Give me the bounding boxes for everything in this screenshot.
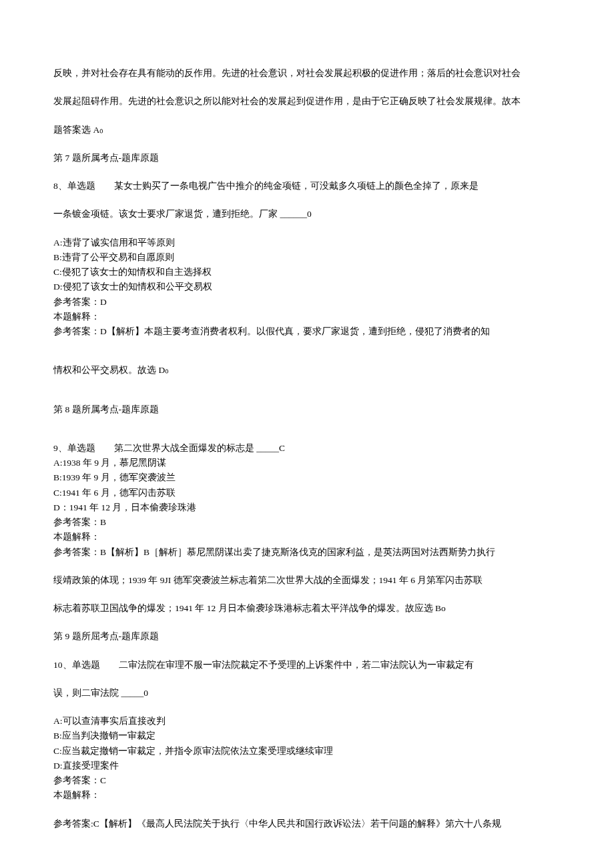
q8-option-b: B:违背了公平交易和自愿原则: [53, 251, 561, 264]
q9-answer: 参考答案：B: [53, 516, 561, 529]
q10-option-a: A:可以查清事实后直接改判: [53, 715, 561, 728]
q8-option-d: D:侵犯了该女士的知情权和公平交易权: [53, 280, 561, 294]
q8-stem-a: 8、单选题 某女士购买了一条电视广告中推介的纯金项链，可没戴多久项链上的颜色全掉…: [53, 179, 561, 193]
q10-stem-b: 误，则二审法院 _____0: [53, 687, 561, 700]
q8-option-a: A:违背了诚实信用和平等原则: [53, 236, 561, 250]
q10-option-b: B:应当判决撤销一审裁定: [53, 729, 561, 743]
q9-explain-3: 标志着苏联卫国战争的爆发；1941 年 12 月日本偷袭珍珠港标志着太平洋战争的…: [53, 602, 561, 615]
q10-option-d: D:直接受理案件: [53, 759, 561, 773]
q9-topic: 第 9 题所屈考点-题库原题: [53, 630, 561, 643]
q9-option-c: C:1941 年 6 月，德军闪击苏联: [53, 486, 561, 500]
q8-option-c: C:侵犯了该女士的知情权和自主选择权: [53, 266, 561, 279]
q8-explain-2: 情权和公平交易权。故选 D₀: [53, 364, 561, 377]
document-page: 反映，并对社会存在具有能动的反作用。先进的社会意识，对社会发展起积极的促进作用；…: [0, 0, 614, 868]
q10-explain-label: 本题解释：: [53, 789, 561, 802]
q9-explain-2: 绥靖政策的体现；1939 年 9JI 德军突袭波兰标志着第二次世界大战的全面爆发…: [53, 574, 561, 587]
q10-option-c: C:应当裁定撤销一审裁定，并指令原审法院依法立案受理或继续审理: [53, 745, 561, 758]
q8-answer: 参考答案：D: [53, 296, 561, 309]
q9-explain-1: 参考答案：B【解析】B［解析］慕尼黑阴谋出卖了捷克斯洛伐克的国家利益，是英法两国…: [53, 546, 561, 559]
q8-explain-label: 本题解释：: [53, 310, 561, 324]
intro-line-2: 发展起阻碍作用。先进的社会意识之所以能对社会的发展起到促进作用，是由于它正确反映…: [53, 95, 561, 108]
q9-option-b: B:1939 年 9 月，德军突袭波兰: [53, 471, 561, 484]
q8-topic: 第 8 题所属考点-题库原题: [53, 403, 561, 416]
q10-stem-a: 10、单选题 二审法院在审理不服一审法院裁定不予受理的上诉案件中，若二审法院认为…: [53, 659, 561, 672]
intro-line-3: 题答案选 A₀: [53, 123, 561, 137]
q7-topic: 第 7 题所属考点-题库原题: [53, 151, 561, 165]
q9-option-a: A:1938 年 9 月，慕尼黑阴谋: [53, 456, 561, 470]
q9-explain-label: 本题解释：: [53, 530, 561, 544]
q10-answer: 参考答案：C: [53, 774, 561, 787]
intro-line-1: 反映，并对社会存在具有能动的反作用。先进的社会意识，对社会发展起积极的促进作用；…: [53, 67, 561, 80]
q8-explain-1: 参考答案：D【解析】本题主要考查消费者权利。以假代真，要求厂家退货，遭到拒绝，侵…: [53, 325, 561, 338]
q9-option-d: D：1941 年 12 月，日本偷袭珍珠港: [53, 501, 561, 514]
q8-stem-b: 一条镀金项链。该女士要求厂家退货，遭到拒绝。厂家 ______0: [53, 207, 561, 221]
q9-stem: 9、单选题 第二次世界大战全面爆发的标志是 _____C: [53, 442, 561, 455]
q10-explain-1: 参考答案:C【解析】《最高人民法院关于执行〈中华人民共和国行政诉讼法〉若干问题的…: [53, 817, 561, 831]
